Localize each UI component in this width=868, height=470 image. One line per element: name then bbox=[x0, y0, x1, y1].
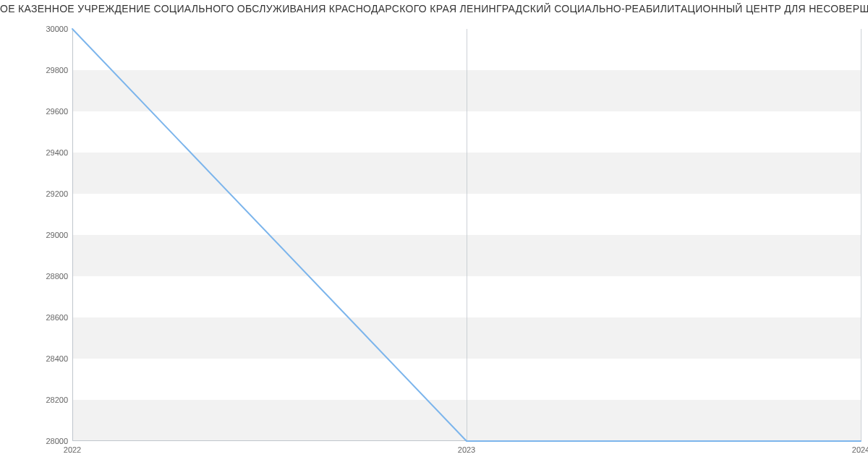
y-tick-label: 28800 bbox=[3, 272, 68, 281]
x-tick-label: 2022 bbox=[64, 445, 81, 454]
y-tick-label: 28000 bbox=[3, 437, 68, 445]
x-tick-label: 2023 bbox=[458, 445, 475, 454]
y-tick-label: 30000 bbox=[3, 25, 68, 33]
y-tick-label: 29600 bbox=[3, 107, 68, 116]
y-tick-label: 29200 bbox=[3, 189, 68, 198]
y-tick-label: 28600 bbox=[3, 313, 68, 322]
y-tick-label: 29800 bbox=[3, 66, 68, 74]
x-gridline bbox=[861, 29, 861, 441]
y-tick-label: 29000 bbox=[3, 231, 68, 239]
y-tick-label: 28400 bbox=[3, 354, 68, 363]
y-tick-label: 28200 bbox=[3, 396, 68, 404]
plot-area bbox=[72, 29, 861, 441]
chart-container: ОЕ КАЗЕННОЕ УЧРЕЖДЕНИЕ СОЦИАЛЬНОГО ОБСЛУ… bbox=[0, 0, 868, 470]
line-layer bbox=[72, 29, 861, 441]
x-tick-label: 2024 bbox=[852, 445, 868, 454]
y-tick-label: 29400 bbox=[3, 148, 68, 157]
chart-title: ОЕ КАЗЕННОЕ УЧРЕЖДЕНИЕ СОЦИАЛЬНОГО ОБСЛУ… bbox=[0, 3, 868, 14]
data-series-line bbox=[72, 29, 861, 441]
